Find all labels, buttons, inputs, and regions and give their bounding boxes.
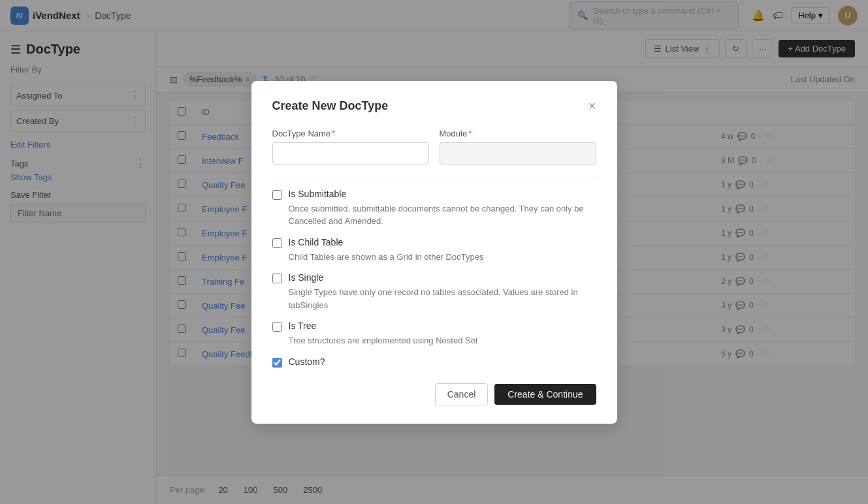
- custom-group: Custom?: [272, 356, 596, 368]
- is-submittable-group: Is Submittable Once submitted, submittab…: [272, 189, 596, 228]
- modal-title: Create New DocType: [272, 99, 389, 113]
- modal-close-button[interactable]: ×: [588, 99, 596, 112]
- module-input[interactable]: [440, 142, 596, 165]
- modal-footer: Cancel Create & Continue: [272, 383, 596, 405]
- create-doctype-modal: Create New DocType × DocType Name* Modul…: [251, 81, 617, 424]
- module-label: Module*: [440, 129, 596, 138]
- cancel-button[interactable]: Cancel: [435, 383, 489, 405]
- is-submittable-checkbox[interactable]: [272, 190, 282, 200]
- is-child-table-desc: Child Tables are shown as a Grid in othe…: [289, 251, 596, 264]
- modal-header: Create New DocType ×: [272, 99, 596, 113]
- is-submittable-desc: Once submitted, submittable documents ca…: [289, 202, 596, 228]
- create-continue-button[interactable]: Create & Continue: [494, 384, 596, 405]
- is-tree-desc: Tree structures are implemented using Ne…: [289, 334, 596, 347]
- doctype-name-input[interactable]: [272, 142, 429, 165]
- is-single-checkbox[interactable]: [272, 274, 282, 283]
- custom-label[interactable]: Custom?: [289, 356, 325, 367]
- form-group-module: Module*: [440, 129, 596, 165]
- is-child-table-checkbox[interactable]: [272, 238, 282, 248]
- form-name-module-row: DocType Name* Module*: [272, 129, 596, 165]
- form-group-doctype-name: DocType Name*: [272, 129, 429, 165]
- form-divider: [272, 178, 596, 178]
- modal-overlay[interactable]: Create New DocType × DocType Name* Modul…: [0, 0, 868, 504]
- is-single-group: Is Single Single Types have only one rec…: [272, 272, 596, 311]
- is-single-desc: Single Types have only one record no tab…: [289, 286, 596, 311]
- is-single-label[interactable]: Is Single: [289, 272, 324, 283]
- is-tree-label[interactable]: Is Tree: [289, 321, 317, 331]
- is-submittable-label[interactable]: Is Submittable: [289, 189, 347, 199]
- is-child-table-group: Is Child Table Child Tables are shown as…: [272, 237, 596, 264]
- custom-checkbox[interactable]: [272, 358, 282, 368]
- is-tree-group: Is Tree Tree structures are implemented …: [272, 321, 596, 347]
- doctype-name-label: DocType Name*: [272, 129, 429, 138]
- is-tree-checkbox[interactable]: [272, 322, 282, 332]
- is-child-table-label[interactable]: Is Child Table: [289, 237, 344, 247]
